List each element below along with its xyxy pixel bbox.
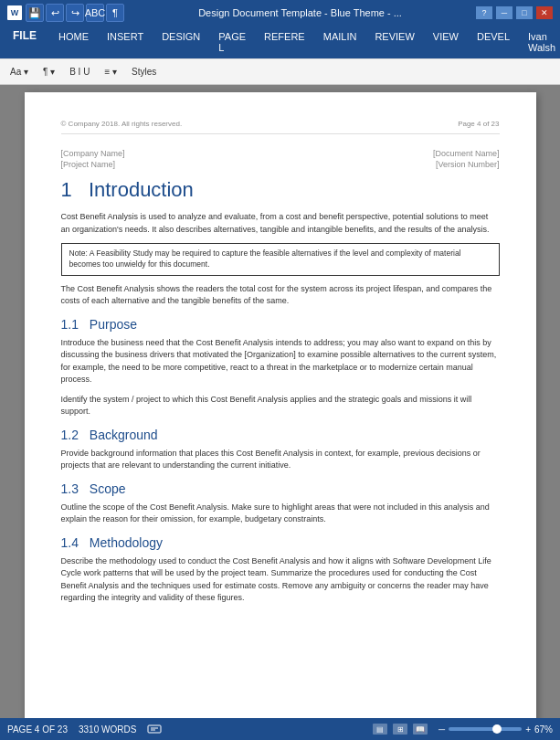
note-text: Note: A Feasibility Study may be require… [69, 248, 491, 270]
web-layout-icon[interactable]: ⊞ [393, 724, 407, 735]
tab-developer[interactable]: DEVEL [468, 26, 519, 58]
print-layout-icon[interactable]: ▤ [373, 724, 387, 735]
quick-access-toolbar: 💾 ↩ ↪ ABC ¶ [26, 4, 124, 22]
title-bar-left: W 💾 ↩ ↪ ABC ¶ [7, 4, 124, 22]
section11-heading: 1.1 Purpose [61, 317, 500, 332]
minimize-button[interactable]: ─ [496, 6, 512, 19]
document-title: Design Document Template - Blue Theme - … [124, 7, 476, 18]
word-icon: W [7, 5, 22, 20]
document-fields: [Company Name] [Document Name] [61, 149, 500, 158]
note-box: Note: A Feasibility Study may be require… [61, 243, 500, 276]
track-changes-icon [147, 724, 162, 735]
undo-button[interactable]: ↩ [46, 4, 64, 22]
svg-rect-0 [148, 725, 161, 733]
section11-number: 1.1 [61, 317, 79, 332]
section13-heading: 1.3 Scope [61, 481, 500, 496]
zoom-thumb [492, 724, 502, 734]
project-fields: [Project Name] [Version Number] [61, 160, 500, 169]
user-area[interactable]: Ivan Walsh K ▾ [519, 26, 560, 58]
window-controls: ? ─ □ ✕ [476, 6, 553, 19]
page-number: Page 4 of 23 [458, 120, 499, 128]
save-button[interactable]: 💾 [26, 4, 44, 22]
tab-page-layout[interactable]: PAGE L [209, 26, 255, 58]
para-marks-button[interactable]: ¶ [106, 4, 124, 22]
tab-home[interactable]: HOME [49, 26, 98, 58]
word-count-status: 3310 WORDS [79, 724, 136, 735]
section1-number: 1 [61, 178, 72, 201]
ribbon: FILE HOME INSERT DESIGN PAGE L REFERE MA… [0, 26, 560, 85]
zoom-in-icon[interactable]: + [525, 724, 531, 735]
intro-paragraph-1: Cost Benefit Analysis is used to analyze… [61, 211, 500, 236]
version-number-field: [Version Number] [436, 160, 500, 169]
ribbon-tool-4[interactable]: ≡ ▾ [98, 64, 123, 79]
company-copyright: © Company 2018. All rights reserved. [61, 120, 183, 128]
document-area: © Company 2018. All rights reserved. Pag… [0, 85, 560, 718]
document-name-field: [Document Name] [433, 149, 500, 158]
zoom-track[interactable] [449, 727, 522, 731]
intro-paragraph-2: The Cost Benefit Analysis shows the read… [61, 283, 500, 308]
section1-heading: 1 Introduction [61, 178, 500, 202]
section12-title: Background [90, 428, 158, 442]
maximize-button[interactable]: □ [516, 6, 533, 19]
page-count-status: PAGE 4 OF 23 [7, 724, 68, 735]
ribbon-tab-bar: FILE HOME INSERT DESIGN PAGE L REFERE MA… [0, 26, 560, 58]
document-page: © Company 2018. All rights reserved. Pag… [25, 92, 536, 718]
ribbon-tool-5[interactable]: Styles [125, 64, 163, 79]
close-button[interactable]: ✕ [536, 6, 553, 19]
tab-view[interactable]: VIEW [424, 26, 468, 58]
section13-number: 1.3 [61, 481, 79, 496]
redo-button[interactable]: ↪ [66, 4, 84, 22]
background-paragraph-1: Provide background information that plac… [61, 448, 500, 472]
project-name-field: [Project Name] [61, 160, 116, 169]
tab-insert[interactable]: INSERT [98, 26, 153, 58]
tab-references[interactable]: REFERE [255, 26, 314, 58]
purpose-paragraph-1: Introduce the business need that the Cos… [61, 337, 500, 386]
read-mode-icon[interactable]: 📖 [413, 724, 428, 735]
tab-design[interactable]: DESIGN [153, 26, 209, 58]
company-name-field: [Company Name] [61, 149, 125, 158]
status-bar: PAGE 4 OF 23 3310 WORDS ▤ ⊞ 📖 ─ + 67% [0, 718, 560, 740]
section14-title: Methodology [90, 535, 163, 550]
file-tab[interactable]: FILE [0, 26, 49, 58]
view-icons: ▤ ⊞ 📖 [373, 724, 428, 735]
zoom-bar: ─ + 67% [438, 724, 553, 735]
ribbon-tool-3[interactable]: B I U [63, 64, 96, 79]
user-name: Ivan Walsh [528, 31, 560, 53]
methodology-paragraph-1: Describe the methodology used to conduct… [61, 555, 500, 605]
section13-title: Scope [90, 481, 126, 496]
title-bar: W 💾 ↩ ↪ ABC ¶ Design Document Template -… [0, 0, 560, 26]
section12-heading: 1.2 Background [61, 428, 500, 442]
section1-title: Introduction [89, 178, 194, 201]
section11-title: Purpose [90, 317, 137, 332]
tab-review[interactable]: REVIEW [365, 26, 423, 58]
section14-number: 1.4 [61, 535, 79, 550]
help-button[interactable]: ? [476, 6, 492, 19]
page-header-line: © Company 2018. All rights reserved. Pag… [61, 120, 500, 134]
zoom-percent: 67% [534, 724, 553, 735]
spelling-button[interactable]: ABC [86, 4, 104, 22]
ribbon-tools: Aa ▾ ¶ ▾ B I U ≡ ▾ Styles [0, 58, 560, 84]
purpose-paragraph-2: Identify the system / project to which t… [61, 394, 500, 418]
section14-heading: 1.4 Methodology [61, 535, 500, 550]
ribbon-tool-2[interactable]: ¶ ▾ [37, 64, 61, 79]
tab-mailings[interactable]: MAILIN [314, 26, 366, 58]
scope-paragraph-1: Outline the scope of the Cost Benefit An… [61, 502, 500, 526]
ribbon-tool-1[interactable]: Aa ▾ [4, 64, 35, 79]
zoom-out-icon[interactable]: ─ [438, 724, 445, 735]
section12-number: 1.2 [61, 428, 79, 442]
